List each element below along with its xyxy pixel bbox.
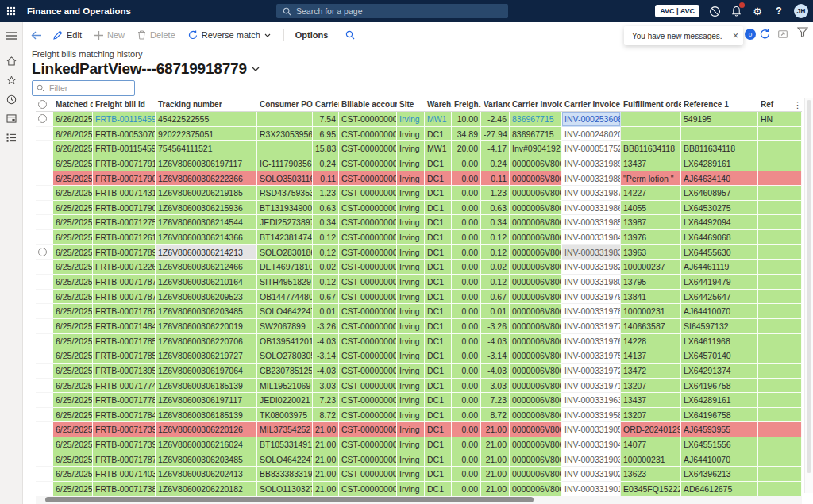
cell-freight_bill_id[interactable]: FRTB-000714034 <box>93 467 156 482</box>
column-header-carrier_invoice[interactable]: Carrier invoice <box>510 98 562 111</box>
cell-tracking_number[interactable]: 1Z6V80600306197117 <box>156 156 257 171</box>
cell-matched_date[interactable]: 6/25/2025 <box>53 467 93 482</box>
cell-warehouse[interactable]: DC1 <box>425 201 452 216</box>
cell-reference_2[interactable] <box>758 379 802 394</box>
vertical-scrollbar[interactable] <box>804 98 813 493</box>
cell-warehouse[interactable]: DC1 <box>425 452 452 467</box>
cell-billable_account[interactable]: CST-000000008 <box>339 215 397 230</box>
help-icon[interactable]: ? <box>773 5 785 17</box>
cell-warehouse[interactable]: DC1 <box>425 275 452 290</box>
cell-reference_1[interactable]: AJ64461119 <box>681 260 758 275</box>
cell-freight_bill_id[interactable]: FRTB-000717897 <box>93 245 156 260</box>
cell-tracking_number[interactable]: 1Z6V80600306222366 <box>156 171 257 187</box>
cell-variance[interactable]: 21.00 <box>481 452 510 467</box>
cell-variance[interactable]: 0.63 <box>481 201 510 216</box>
cell-freight_amount[interactable]: 0.00 <box>452 156 481 171</box>
cell-freight_amount[interactable]: 0.00 <box>452 304 481 319</box>
cell-carrier_invoice[interactable]: 0000006V80600... <box>510 467 562 482</box>
cell-select[interactable] <box>36 156 53 171</box>
cell-select[interactable] <box>36 127 53 142</box>
cell-billable_account[interactable]: CST-000000008 <box>339 230 397 245</box>
cell-variance[interactable]: -3.03 <box>481 379 510 394</box>
cell-freight_amount[interactable]: 20.00 <box>452 141 481 156</box>
cell-freight_amount[interactable]: 0.00 <box>452 334 481 349</box>
cell-carrier_invoice_line[interactable]: INV-000331976 <box>562 334 621 349</box>
cell-variance[interactable]: 0.24 <box>481 156 510 171</box>
cell-warehouse[interactable]: DC1 <box>425 156 452 171</box>
cell-select[interactable] <box>36 482 53 497</box>
cell-reference_1[interactable]: 549195 <box>681 112 758 127</box>
cell-carrier_amount[interactable]: 0.12 <box>313 275 339 290</box>
cell-reference_1[interactable]: BB811634118 <box>681 141 758 156</box>
cell-carrier_invoice_line[interactable]: INV-000248020 <box>562 127 621 142</box>
app-title[interactable]: Finance and Operations <box>27 6 131 16</box>
cell-freight_amount[interactable]: 0.00 <box>452 171 481 187</box>
cell-tracking_number[interactable]: 1Z6V80600306210164 <box>156 275 257 290</box>
cell-carrier_invoice_line[interactable]: INV-000331902 <box>562 467 621 482</box>
cell-carrier_amount[interactable]: 0.11 <box>313 171 339 187</box>
cell-variance[interactable]: 0.01 <box>481 304 510 319</box>
cell-consumer_po[interactable]: SW2067899 <box>257 319 313 334</box>
cell-carrier_invoice_line[interactable]: INV-000331958 <box>562 408 621 423</box>
cell-site[interactable]: Irving <box>397 364 425 379</box>
cell-freight_amount[interactable]: 0.00 <box>452 319 481 334</box>
cell-select[interactable] <box>36 334 53 349</box>
cell-fulfillment_order[interactable]: 14137 <box>621 348 681 364</box>
cell-site[interactable]: Irving <box>397 304 425 319</box>
cell-variance[interactable]: 21.00 <box>481 437 510 452</box>
cell-select[interactable] <box>36 304 53 319</box>
cell-reference_1[interactable]: AJ64634140 <box>681 171 758 187</box>
cell-carrier_amount[interactable]: 21.00 <box>313 467 339 482</box>
cell-fulfillment_order[interactable]: 13963 <box>621 245 681 260</box>
table-row[interactable]: 6/25/2025FRTB-0007139501Z6V8060030619706… <box>36 364 802 379</box>
column-header-consumer_po[interactable]: Consumer PO nu... <box>257 98 313 111</box>
cell-site[interactable]: Irving <box>397 334 425 349</box>
cell-carrier_amount[interactable]: 0.02 <box>313 260 339 275</box>
cell-reference_1[interactable]: LX64608957 <box>681 186 758 201</box>
cell-carrier_invoice[interactable]: 0000006V80600... <box>510 452 562 467</box>
message-toast[interactable]: You have new messages. × <box>624 26 743 45</box>
cell-billable_account[interactable]: CST-000000008 <box>339 437 397 452</box>
horizontal-scrollbar-thumb[interactable] <box>45 497 534 502</box>
cell-fulfillment_order[interactable]: 13207 <box>621 408 681 423</box>
cell-matched_date[interactable]: 6/25/2025 <box>53 304 93 319</box>
cell-freight_bill_id[interactable]: FRTB-000717399 <box>93 422 156 437</box>
cell-matched_date[interactable]: 6/25/2025 <box>53 379 93 394</box>
cell-billable_account[interactable]: CST-000000008 <box>339 304 397 319</box>
cell-billable_account[interactable]: CST-000000008 <box>339 171 397 187</box>
cell-billable_account[interactable]: CST-000000008 <box>339 452 397 467</box>
cell-freight_bill_id[interactable]: FRTB-000717784 <box>93 393 156 408</box>
cell-billable_account[interactable]: CST-000000002 <box>339 127 397 142</box>
cell-warehouse[interactable]: DC1 <box>425 467 452 482</box>
column-header-fulfillment_order[interactable]: Fulfillment order nu... <box>621 98 681 111</box>
cell-variance[interactable]: 21.00 <box>481 482 510 497</box>
cell-freight_bill_id[interactable]: FRTB-000717873 <box>93 452 156 467</box>
cell-carrier_invoice_line[interactable]: INV-000331985 <box>562 215 621 230</box>
table-row[interactable]: 6/25/2025FRTB-0007173991Z6V8060030622012… <box>36 422 802 437</box>
table-row[interactable]: 6/25/2025FRTB-0007179091Z6V8060030622236… <box>36 171 802 187</box>
cell-site[interactable]: Irving <box>397 245 425 260</box>
cell-site[interactable]: Irving <box>397 275 425 290</box>
cell-tracking_number[interactable]: 1Z6V80600306220126 <box>156 422 257 437</box>
cell-consumer_po[interactable]: DET46971810 <box>257 260 313 275</box>
cell-fulfillment_order[interactable] <box>621 127 681 142</box>
cell-consumer_po[interactable]: BB833383319 <box>257 467 313 482</box>
cell-consumer_po[interactable]: JEDI25273897 <box>257 215 313 230</box>
cell-freight_bill_id[interactable]: FRTB-000713950 <box>93 364 156 379</box>
cell-carrier_invoice_line[interactable]: INV-000331979 <box>562 290 621 305</box>
cell-reference_2[interactable] <box>758 422 802 437</box>
table-row[interactable]: 6/25/2025FRTB-0007173801Z6V8060020622018… <box>36 482 802 497</box>
favorites-star-icon[interactable] <box>0 71 22 90</box>
cell-warehouse[interactable]: DC1 <box>425 334 452 349</box>
cell-reference_2[interactable] <box>758 408 802 423</box>
cell-variance[interactable]: -2.46 <box>481 112 510 127</box>
cell-carrier_amount[interactable]: 0.34 <box>313 215 339 230</box>
column-header-reference_1[interactable]: Reference 1 <box>681 98 758 111</box>
cell-consumer_po[interactable]: TK08003975 <box>257 408 313 423</box>
column-header-freight_amount[interactable]: Freigh... <box>452 98 481 111</box>
column-header-warehouse[interactable]: Wareh... <box>425 98 452 111</box>
cell-freight_bill_id[interactable]: FRTB-000712265 <box>93 260 156 275</box>
cell-carrier_invoice[interactable]: 836967715 <box>510 112 562 127</box>
table-row[interactable]: 6/25/2025FRTB-0007178731Z6V8060030620348… <box>36 304 802 319</box>
cell-consumer_po[interactable]: SOLO28301869 <box>257 245 313 260</box>
